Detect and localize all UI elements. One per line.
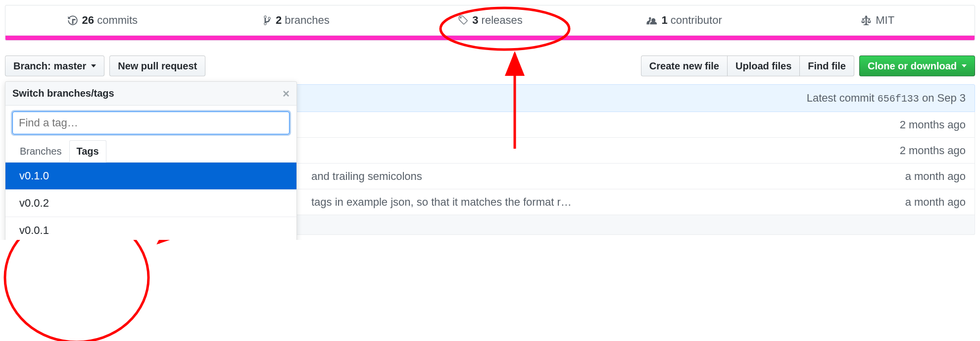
branches-link[interactable]: 2 branches	[199, 5, 393, 35]
caret-down-icon	[91, 64, 96, 67]
branch-name: master	[54, 61, 87, 71]
clone-download-button[interactable]: Clone or download	[859, 56, 975, 76]
file-time: a month ago	[905, 170, 966, 183]
history-icon	[67, 15, 78, 26]
tag-item-selected[interactable]: v0.1.0	[5, 163, 296, 190]
commits-label: commits	[97, 14, 138, 26]
new-pull-request-button[interactable]: New pull request	[109, 56, 205, 76]
branch-tag-dropdown: Switch branches/tags × Branches Tags v0.…	[5, 81, 297, 240]
dropdown-search-wrap	[5, 106, 296, 140]
tab-tags[interactable]: Tags	[69, 140, 106, 163]
branch-icon	[263, 15, 272, 26]
upload-files-button[interactable]: Upload files	[727, 56, 800, 76]
tab-branches[interactable]: Branches	[12, 140, 69, 163]
releases-link[interactable]: 3 releases	[393, 5, 587, 35]
tag-item[interactable]: v0.0.1	[5, 217, 296, 240]
contributors-link[interactable]: 1 contributor	[587, 5, 781, 35]
repo-stats-bar: 26 commits 2 branches 3 releases 1 contr…	[5, 5, 975, 36]
branch-prefix: Branch:	[13, 61, 51, 71]
caret-down-icon	[962, 64, 967, 67]
branches-count: 2	[276, 14, 282, 26]
find-file-button[interactable]: Find file	[799, 56, 854, 76]
dropdown-title: Switch branches/tags	[12, 88, 114, 99]
branches-label: branches	[285, 14, 330, 26]
commit-meta: Latest commit 656f133 on Sep 3	[807, 92, 966, 105]
clone-label: Clone or download	[868, 61, 957, 71]
commit-date: on Sep 3	[919, 92, 966, 104]
releases-label: releases	[482, 14, 523, 26]
contributors-label: contributor	[671, 14, 722, 26]
commits-link[interactable]: 26 commits	[5, 5, 199, 35]
license-link[interactable]: MIT	[781, 5, 975, 35]
dropdown-tabs: Branches Tags	[5, 140, 296, 163]
repo-toolbar: Branch: master New pull request Create n…	[5, 56, 975, 76]
file-time: 2 months ago	[900, 144, 966, 157]
releases-count: 3	[472, 14, 478, 26]
tag-search-input[interactable]	[12, 112, 290, 134]
file-actions-group: Create new file Upload files Find file	[641, 56, 854, 76]
language-bar[interactable]	[5, 36, 975, 41]
contributors-count: 1	[661, 14, 667, 26]
tag-item[interactable]: v0.0.2	[5, 190, 296, 217]
law-icon	[861, 15, 872, 26]
commits-count: 26	[82, 14, 94, 26]
file-time: a month ago	[905, 196, 966, 209]
branch-select-button[interactable]: Branch: master	[5, 56, 104, 76]
commit-sha[interactable]: 656f133	[878, 93, 919, 105]
file-time: 2 months ago	[900, 118, 966, 131]
latest-commit-label: Latest commit	[807, 92, 878, 104]
dropdown-header: Switch branches/tags ×	[5, 82, 296, 106]
people-icon	[645, 15, 657, 26]
license-label: MIT	[876, 14, 894, 27]
close-icon[interactable]: ×	[283, 90, 290, 98]
tag-icon	[457, 15, 468, 26]
create-file-button[interactable]: Create new file	[641, 56, 728, 76]
